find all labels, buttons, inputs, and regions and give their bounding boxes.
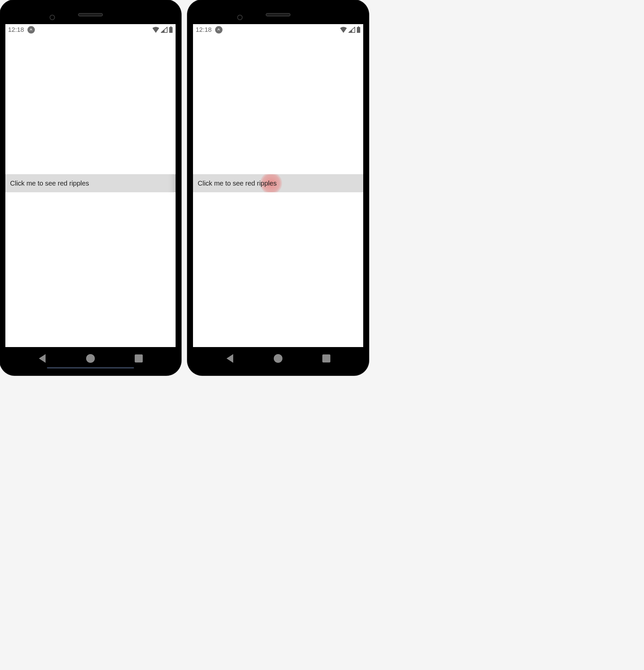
app-content: Click me to see red ripples <box>193 36 363 347</box>
ripple-demo-button[interactable]: Click me to see red ripples <box>5 174 176 192</box>
ripple-button-label: Click me to see red ripples <box>10 179 89 187</box>
status-time: 12:18 <box>196 26 212 34</box>
recent-apps-button[interactable] <box>319 351 334 366</box>
svg-rect-0 <box>170 26 172 27</box>
home-circle-icon <box>86 354 95 363</box>
home-circle-icon <box>274 354 282 363</box>
back-button[interactable] <box>223 351 237 366</box>
cell-signal-icon <box>348 27 355 33</box>
expo-badge-icon: ^ <box>27 26 35 34</box>
svg-rect-1 <box>169 27 173 33</box>
phone-top-hardware <box>193 5 363 24</box>
speaker-grill-icon <box>78 13 103 16</box>
battery-icon <box>357 26 361 33</box>
home-button[interactable] <box>271 351 285 366</box>
svg-rect-2 <box>358 26 359 27</box>
status-left: 12:18 ^ <box>8 26 35 34</box>
recent-square-icon <box>135 354 143 362</box>
status-right <box>340 26 361 33</box>
svg-rect-3 <box>357 27 360 33</box>
front-camera-icon <box>237 15 243 20</box>
android-nav-bar <box>5 347 176 369</box>
gesture-hint-bar <box>47 367 134 368</box>
wifi-icon <box>152 27 160 33</box>
home-button[interactable] <box>83 351 98 366</box>
recent-apps-button[interactable] <box>131 351 146 366</box>
app-content: Click me to see red ripples <box>5 36 176 347</box>
back-button[interactable] <box>35 351 50 366</box>
back-triangle-icon <box>39 354 45 363</box>
status-right <box>152 26 173 33</box>
phone-frame-right: 12:18 ^ Click <box>188 0 368 375</box>
speaker-grill-icon <box>266 13 291 16</box>
recent-square-icon <box>322 354 331 362</box>
ripple-demo-button[interactable]: Click me to see red ripples <box>193 174 363 192</box>
cell-signal-icon <box>161 27 167 33</box>
status-bar: 12:18 ^ <box>5 24 176 36</box>
status-left: 12:18 ^ <box>196 26 223 34</box>
phone-screen: 12:18 ^ Click <box>193 24 363 347</box>
back-triangle-icon <box>227 354 233 363</box>
phone-frame-left: 12:18 ^ Click me to see r <box>0 0 181 375</box>
dual-phone-stage: 12:18 ^ Click me to see r <box>0 0 644 375</box>
android-nav-bar <box>193 347 363 369</box>
status-time: 12:18 <box>8 26 24 34</box>
front-camera-icon <box>50 15 55 20</box>
phone-screen: 12:18 ^ Click me to see r <box>5 24 176 347</box>
ripple-button-label: Click me to see red ripples <box>198 179 277 187</box>
wifi-icon <box>340 27 347 33</box>
expo-badge-icon: ^ <box>215 26 223 34</box>
status-bar: 12:18 ^ <box>193 24 363 36</box>
phone-top-hardware <box>5 5 176 24</box>
battery-icon <box>169 26 173 33</box>
